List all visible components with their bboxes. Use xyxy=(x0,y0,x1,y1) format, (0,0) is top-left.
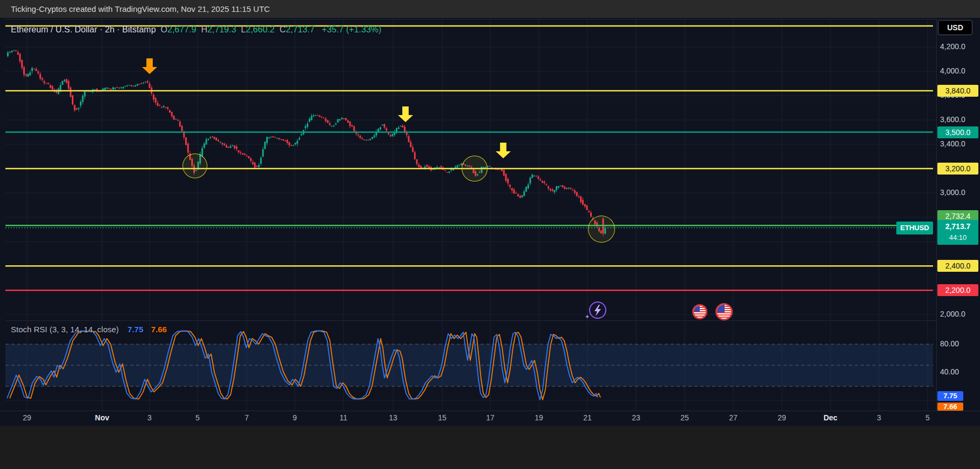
us-flag-badge-2[interactable] xyxy=(715,303,733,320)
candle[interactable] xyxy=(175,119,177,119)
candle[interactable] xyxy=(386,128,387,130)
candle[interactable] xyxy=(252,162,254,164)
candle[interactable] xyxy=(556,186,557,190)
candle[interactable] xyxy=(163,106,165,107)
candle[interactable] xyxy=(335,124,337,125)
candle[interactable] xyxy=(371,137,373,139)
candle[interactable] xyxy=(390,135,391,136)
candle[interactable] xyxy=(248,156,249,158)
candle[interactable] xyxy=(114,88,116,89)
candle[interactable] xyxy=(418,164,420,167)
candle[interactable] xyxy=(165,108,167,108)
candle[interactable] xyxy=(441,166,442,168)
symbol-title[interactable]: Ethereum / U.S. Dollar · 2h · Bitstamp xyxy=(11,25,156,34)
candle[interactable] xyxy=(181,126,183,131)
candle[interactable] xyxy=(301,134,302,135)
candle[interactable] xyxy=(82,96,84,102)
candle[interactable] xyxy=(236,146,238,149)
candle[interactable] xyxy=(17,52,19,55)
candle[interactable] xyxy=(552,189,553,191)
candle[interactable] xyxy=(264,142,266,149)
candle[interactable] xyxy=(438,167,440,168)
candle[interactable] xyxy=(272,136,274,137)
candle[interactable] xyxy=(62,81,63,85)
candle[interactable] xyxy=(285,140,286,141)
candle[interactable] xyxy=(582,200,584,204)
candle[interactable] xyxy=(279,138,280,139)
candle[interactable] xyxy=(327,120,329,123)
candle[interactable] xyxy=(276,138,278,138)
candle[interactable] xyxy=(309,119,310,122)
candle[interactable] xyxy=(266,137,268,143)
candle[interactable] xyxy=(536,176,537,176)
candle[interactable] xyxy=(72,96,73,104)
candle[interactable] xyxy=(558,186,559,188)
candle[interactable] xyxy=(400,126,402,126)
candle[interactable] xyxy=(215,138,217,140)
candle[interactable] xyxy=(360,136,361,138)
candle[interactable] xyxy=(262,149,264,157)
candle[interactable] xyxy=(39,74,41,78)
candle[interactable] xyxy=(420,166,422,169)
candle[interactable] xyxy=(204,144,205,148)
candle[interactable] xyxy=(447,172,448,173)
candle[interactable] xyxy=(80,102,82,105)
candle[interactable] xyxy=(578,197,580,198)
candle[interactable] xyxy=(209,137,211,138)
candle[interactable] xyxy=(392,134,394,136)
candle[interactable] xyxy=(517,194,519,196)
candle[interactable] xyxy=(377,129,379,132)
candle[interactable] xyxy=(78,108,79,109)
candle[interactable] xyxy=(109,88,110,89)
candle[interactable] xyxy=(363,139,365,140)
candle[interactable] xyxy=(230,146,232,148)
candle[interactable] xyxy=(352,125,353,126)
candle[interactable] xyxy=(513,190,515,194)
candle[interactable] xyxy=(129,85,130,85)
candle[interactable] xyxy=(220,142,221,142)
candle[interactable] xyxy=(414,152,416,159)
candle[interactable] xyxy=(570,189,572,189)
candle[interactable] xyxy=(271,137,272,137)
candle[interactable] xyxy=(66,79,67,83)
candle[interactable] xyxy=(307,124,308,127)
candle[interactable] xyxy=(416,159,418,164)
candle[interactable] xyxy=(449,171,450,172)
candle[interactable] xyxy=(339,119,341,120)
candle[interactable] xyxy=(408,136,410,142)
candle[interactable] xyxy=(580,197,582,203)
candle[interactable] xyxy=(28,74,29,77)
candle[interactable] xyxy=(145,82,146,83)
candle[interactable] xyxy=(321,117,322,117)
candle[interactable] xyxy=(428,166,430,169)
candle[interactable] xyxy=(319,116,321,117)
candle[interactable] xyxy=(228,147,229,148)
candle[interactable] xyxy=(410,142,411,148)
candle[interactable] xyxy=(173,116,175,119)
candle[interactable] xyxy=(45,83,47,84)
candle[interactable] xyxy=(159,105,160,106)
candle[interactable] xyxy=(36,69,37,71)
candle[interactable] xyxy=(260,158,262,164)
candle[interactable] xyxy=(244,154,246,155)
candle[interactable] xyxy=(432,169,434,170)
candle[interactable] xyxy=(525,187,527,192)
candle[interactable] xyxy=(218,140,219,141)
candle[interactable] xyxy=(226,145,227,148)
candle[interactable] xyxy=(550,189,551,190)
candle[interactable] xyxy=(118,88,120,89)
candle[interactable] xyxy=(317,115,319,116)
candle[interactable] xyxy=(296,141,298,144)
candle[interactable] xyxy=(68,81,70,89)
highlight-circle[interactable] xyxy=(183,153,207,178)
stoch-rsi-title[interactable]: Stoch RSI (3, 3, 14, 14, close) xyxy=(11,325,119,334)
candle[interactable] xyxy=(177,120,179,120)
candle[interactable] xyxy=(268,137,270,138)
candle[interactable] xyxy=(48,83,49,84)
candle[interactable] xyxy=(539,179,541,180)
candle[interactable] xyxy=(538,177,539,179)
candle[interactable] xyxy=(76,108,78,110)
candle[interactable] xyxy=(224,144,225,145)
candle[interactable] xyxy=(380,127,381,129)
candle[interactable] xyxy=(457,165,458,168)
